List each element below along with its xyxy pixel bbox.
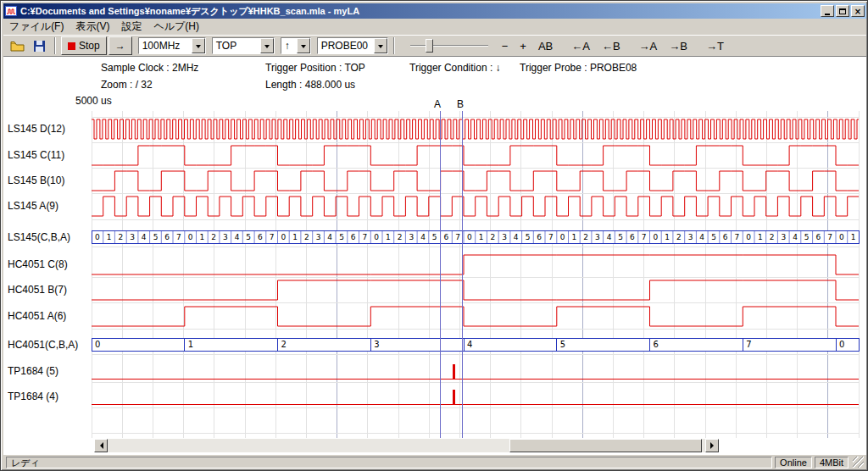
zoom-out-button[interactable]: − — [497, 37, 514, 55]
trigger-edge-value: ↑ — [285, 40, 290, 52]
clock-select-value: 100MHz — [142, 40, 181, 52]
cursor-a-label[interactable]: A — [434, 98, 441, 110]
zoom-label: Zoom : / 32 — [101, 79, 153, 91]
scroll-thumb[interactable] — [509, 439, 702, 452]
waveform-area — [3, 57, 866, 454]
trigger-position-label: Trigger Position : TOP — [265, 62, 365, 74]
trigger-position-value: TOP — [216, 40, 236, 52]
run-arrow-icon: → — [115, 40, 125, 52]
stop-icon — [68, 42, 75, 50]
menu-view[interactable]: 表示(V) — [70, 19, 115, 35]
channel-label-hc4051-bus: HC4051(C,B,A) — [8, 338, 78, 352]
zoom-slider[interactable] — [410, 37, 488, 54]
save-button[interactable] — [29, 36, 49, 55]
open-folder-icon — [10, 41, 25, 52]
stop-button-label: Stop — [79, 40, 100, 52]
window-title: C:¥Documents and Settings¥noname¥デスクトップ¥… — [20, 5, 821, 18]
channel-label-ls145-bus: LS145(C,B,A) — [8, 230, 70, 244]
trigger-probe-value: PROBE00 — [321, 40, 368, 52]
maximize-button[interactable] — [836, 5, 849, 17]
set-cursor-a-button[interactable]: →A — [634, 37, 663, 55]
minimize-button[interactable] — [821, 5, 834, 17]
close-icon: × — [854, 7, 861, 16]
maximize-icon — [839, 8, 846, 14]
menubar: ファイル(F) 表示(V) 設定 ヘルプ(H) — [3, 19, 866, 34]
cursor-b-label[interactable]: B — [457, 98, 464, 110]
statusbar: レディ Online 4MBit — [3, 454, 866, 469]
trigger-probe-select[interactable]: PROBE00 — [317, 37, 388, 54]
arrow-right-icon — [710, 442, 717, 449]
chevron-down-icon[interactable] — [260, 38, 274, 53]
open-button[interactable] — [7, 36, 27, 55]
save-floppy-icon — [34, 41, 45, 52]
zoom-in-button[interactable]: + — [515, 37, 531, 55]
chevron-down-icon[interactable] — [297, 38, 310, 53]
horizontal-scrollbar[interactable] — [94, 439, 719, 452]
channel-label-hc4051-a: HC4051 A(6) — [8, 309, 66, 323]
clock-select[interactable]: 100MHz — [138, 37, 206, 54]
trigger-condition-label: Trigger Condition : ↓ — [409, 62, 501, 74]
toolbar: Stop → 100MHz TOP ↑ PROBE00 − + AB ←A — [3, 35, 866, 57]
length-label: Length : 488.000 us — [265, 79, 355, 91]
goto-trigger-button[interactable]: →T — [701, 37, 729, 55]
status-online: Online — [775, 457, 812, 468]
channel-label-tp1684-4: TP1684 (4) — [8, 390, 58, 403]
scroll-right-button[interactable] — [705, 439, 719, 452]
menu-help[interactable]: ヘルプ(H) — [147, 19, 205, 35]
chevron-down-icon[interactable] — [192, 38, 205, 53]
ab-range-button[interactable]: AB — [533, 37, 558, 55]
channel-label-ls145-b: LS145 B(10) — [8, 174, 64, 187]
titlebar[interactable]: C:¥Documents and Settings¥noname¥デスクトップ¥… — [3, 3, 866, 19]
run-button[interactable]: → — [108, 36, 132, 55]
status-message: レディ — [6, 457, 772, 468]
time-division-label: 5000 us — [75, 95, 112, 107]
toolbar-separator — [393, 37, 395, 54]
menu-settings[interactable]: 設定 — [115, 19, 147, 35]
goto-cursor-a-button[interactable]: ←A — [566, 37, 595, 55]
scroll-left-button[interactable] — [94, 439, 108, 452]
zoom-slider-track — [410, 45, 488, 47]
channel-label-tp1684-5: TP1684 (5) — [8, 364, 58, 378]
channel-label-hc4051-b: HC4051 B(7) — [8, 283, 67, 296]
goto-cursor-b-button[interactable]: ←B — [597, 37, 626, 55]
arrow-left-icon — [97, 442, 103, 449]
close-button[interactable]: × — [851, 5, 865, 17]
trigger-probe-label: Trigger Probe : PROBE08 — [520, 62, 637, 74]
status-memory: 4MBit — [815, 457, 849, 468]
app-window: C:¥Documents and Settings¥noname¥デスクトップ¥… — [0, 0, 868, 471]
trigger-edge-select[interactable]: ↑ — [281, 37, 311, 54]
zoom-slider-thumb[interactable] — [426, 39, 433, 53]
channel-label-hc4051-c: HC4051 C(8) — [8, 258, 68, 271]
app-icon — [5, 5, 17, 17]
set-cursor-b-button[interactable]: →B — [664, 37, 693, 55]
trigger-position-select[interactable]: TOP — [212, 37, 275, 54]
chevron-down-icon[interactable] — [374, 38, 387, 53]
channel-label-ls145-a: LS145 A(9) — [8, 199, 58, 213]
minimize-icon — [825, 14, 830, 15]
resize-grip[interactable] — [853, 457, 864, 468]
channel-label-ls145-d: LS145 D(12) — [8, 122, 65, 136]
toolbar-separator — [54, 37, 56, 54]
sample-clock-label: Sample Clock : 2MHz — [101, 62, 198, 74]
menu-file[interactable]: ファイル(F) — [3, 19, 70, 35]
stop-button[interactable]: Stop — [61, 36, 107, 55]
channel-label-ls145-c: LS145 C(11) — [8, 148, 64, 162]
